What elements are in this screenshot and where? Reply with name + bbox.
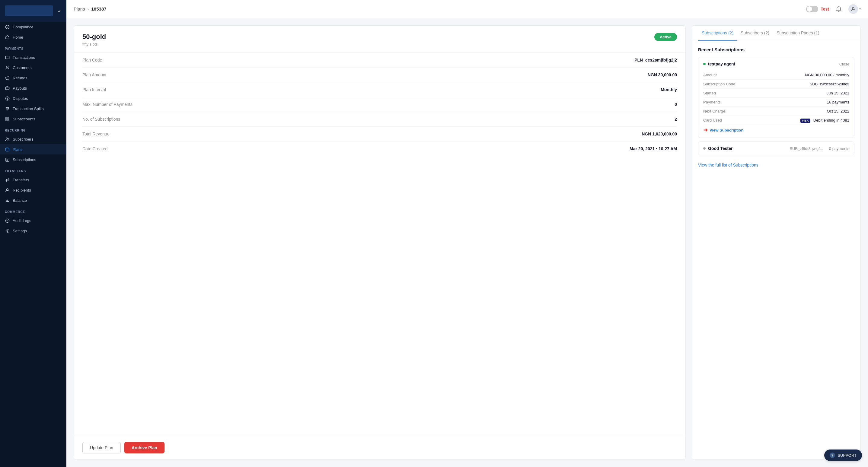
user-avatar-button[interactable]: ▾ xyxy=(848,4,861,14)
sub-detail-value: VISA Debit ending in 4081 xyxy=(800,118,849,123)
subscription-item-2: Good Tester SUB_zf8dt3qwlgf... 0 payment… xyxy=(698,141,855,155)
tab-subscriptions[interactable]: Subscriptions (2) xyxy=(698,26,737,41)
sub-detail-label: Started xyxy=(703,91,716,95)
archive-plan-button[interactable]: Archive Plan xyxy=(124,442,164,454)
support-button[interactable]: ? SUPPORT xyxy=(824,449,862,461)
sub-detail-value: 16 payments xyxy=(827,100,849,104)
payments-section-label: PAYMENTS xyxy=(0,42,66,52)
svg-point-14 xyxy=(8,138,9,140)
sidebar-item-label: Subscriptions xyxy=(13,158,36,162)
sub-detail-code: Subscription Code SUB_zwdcsszc5k8dqfj xyxy=(703,80,849,89)
sidebar-section-payments: Transactions Customers Refunds Payouts D… xyxy=(0,52,66,124)
view-subscription-label: View Subscription xyxy=(710,128,743,132)
support-label: SUPPORT xyxy=(838,453,857,458)
sub-item-1-header: testpay agent Close xyxy=(699,57,854,71)
detail-label: Max. Number of Payments xyxy=(83,102,132,107)
plan-header: 50-gold fifty slots Active xyxy=(74,26,685,53)
detail-row-max-payments: Max. Number of Payments 0 xyxy=(83,97,677,112)
main-area: Plans › 105387 Test xyxy=(66,0,868,467)
sub-details-1: Amount NGN 30,000.00 / monthly Subscript… xyxy=(699,71,854,138)
transfers-icon xyxy=(5,177,10,182)
sidebar-item-label: Compliance xyxy=(13,25,33,29)
svg-rect-9 xyxy=(5,117,7,119)
svg-rect-10 xyxy=(7,117,9,119)
view-subscription-link[interactable]: ➜ View Subscription xyxy=(703,125,849,133)
sidebar-item-label: Transaction Splits xyxy=(13,106,44,111)
sidebar-item-plans[interactable]: Plans xyxy=(0,144,66,155)
sidebar-item-compliance[interactable]: Compliance xyxy=(0,22,66,32)
sidebar-item-subscribers[interactable]: Subscribers xyxy=(0,134,66,144)
tab-subscribers[interactable]: Subscribers (2) xyxy=(737,26,773,41)
support-question-icon: ? xyxy=(830,453,835,458)
sidebar-item-disputes[interactable]: Disputes xyxy=(0,93,66,103)
detail-value: 0 xyxy=(675,102,677,107)
sidebar-item-label: Transfers xyxy=(13,178,29,182)
sidebar-item-label: Subaccounts xyxy=(13,117,35,121)
sidebar-item-transfers[interactable]: Transfers xyxy=(0,175,66,185)
sidebar-item-customers[interactable]: Customers xyxy=(0,62,66,73)
breadcrumb-separator: › xyxy=(88,6,89,11)
svg-point-6 xyxy=(6,107,7,108)
sub-detail-card: Card Used VISA Debit ending in 4081 xyxy=(703,116,849,125)
tab-subscription-pages[interactable]: Subscription Pages (1) xyxy=(773,26,823,41)
avatar xyxy=(848,4,858,14)
svg-point-13 xyxy=(6,138,7,139)
sub-detail-label: Next Charge xyxy=(703,109,725,113)
sidebar-item-label: Transactions xyxy=(13,55,35,60)
sub-item-2-collapsed: Good Tester SUB_zf8dt3qwlgf... 0 payment… xyxy=(699,142,854,155)
sidebar-item-label: Customers xyxy=(13,65,32,70)
svg-point-5 xyxy=(7,99,7,100)
sub-detail-value: NGN 30,000.00 / monthly xyxy=(805,73,849,77)
sub-detail-started: Started Jun 15, 2021 xyxy=(703,89,849,98)
sub-payments-2: 0 payments xyxy=(829,146,849,151)
recipients-icon xyxy=(5,188,10,193)
transactions-icon xyxy=(5,55,10,60)
subscribers-icon xyxy=(5,137,10,141)
sidebar-item-payouts[interactable]: Payouts xyxy=(0,83,66,93)
svg-rect-3 xyxy=(5,87,9,89)
home-icon xyxy=(5,35,10,39)
disputes-icon xyxy=(5,96,10,101)
sidebar-section-top: Compliance Home xyxy=(0,22,66,42)
sidebar-item-transactions[interactable]: Transactions xyxy=(0,52,66,62)
transfers-section-label: TRANSFERS xyxy=(0,165,66,175)
sidebar-section-transfers: Transfers Recipients Balance xyxy=(0,175,66,205)
plan-title-area: 50-gold fifty slots xyxy=(83,33,106,46)
detail-value: NGN 1,020,000.00 xyxy=(642,132,677,136)
page-content: 50-gold fifty slots Active Plan Code PLN… xyxy=(66,18,868,467)
sidebar-item-recipients[interactable]: Recipients xyxy=(0,185,66,195)
detail-value: NGN 30,000.00 xyxy=(648,72,677,77)
update-plan-button[interactable]: Update Plan xyxy=(83,442,121,454)
sub-name-area: testpay agent xyxy=(703,62,735,66)
sub-detail-label: Payments xyxy=(703,100,721,104)
settings-icon xyxy=(5,228,10,233)
sidebar-item-audit-logs[interactable]: Audit Logs xyxy=(0,215,66,226)
notification-bell-icon[interactable] xyxy=(834,4,843,14)
sidebar-item-subscriptions[interactable]: Subscriptions xyxy=(0,155,66,165)
breadcrumb-parent[interactable]: Plans xyxy=(74,6,85,11)
commerce-section-label: COMMERCE xyxy=(0,205,66,215)
sidebar-item-home[interactable]: Home xyxy=(0,32,66,42)
recent-subscriptions-label: Recent Subscriptions xyxy=(698,47,855,52)
view-all-subscriptions-link[interactable]: View the full list of Subscriptions xyxy=(698,159,855,169)
sub-name-2: Good Tester xyxy=(708,146,733,151)
svg-point-20 xyxy=(852,7,854,9)
sidebar-item-transaction-splits[interactable]: Transaction Splits xyxy=(0,103,66,114)
sub-status-dot-inactive xyxy=(703,147,706,149)
topbar: Plans › 105387 Test xyxy=(66,0,868,18)
sub-close-button-1[interactable]: Close xyxy=(839,62,849,66)
status-badge: Active xyxy=(654,33,677,41)
test-mode-toggle[interactable] xyxy=(806,6,818,12)
svg-rect-12 xyxy=(7,119,9,121)
sidebar-item-balance[interactable]: Balance xyxy=(0,195,66,205)
sidebar-item-subaccounts[interactable]: Subaccounts xyxy=(0,114,66,124)
sidebar-item-settings[interactable]: Settings xyxy=(0,226,66,236)
sidebar-section-recurring: Subscribers Plans Subscriptions xyxy=(0,134,66,165)
sidebar-item-label: Settings xyxy=(13,229,27,233)
sidebar-item-label: Home xyxy=(13,35,23,39)
svg-point-15 xyxy=(5,147,9,149)
sidebar-item-refunds[interactable]: Refunds xyxy=(0,73,66,83)
sub-collapsed-right: SUB_zf8dt3qwlgf... 0 payments xyxy=(789,146,849,151)
sub-detail-label: Card Used xyxy=(703,118,722,123)
plan-description: fifty slots xyxy=(83,42,106,46)
